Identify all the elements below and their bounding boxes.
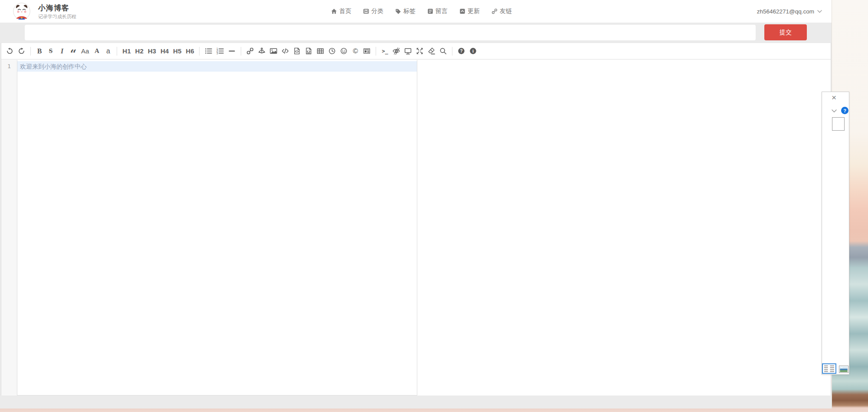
- redo-icon: [18, 47, 25, 55]
- site-header: 小海博客 记录学习成长历程 首页分类标签留言更新友链 zh56462271@qq…: [0, 0, 832, 23]
- nav-item-home[interactable]: 首页: [331, 7, 351, 15]
- site-logo-avatar[interactable]: [13, 3, 30, 20]
- list-view-icon: [823, 364, 835, 373]
- info-icon: i: [469, 47, 477, 55]
- toolbar-separator: [452, 47, 452, 56]
- clear-icon: [428, 47, 435, 55]
- watch-button[interactable]: [390, 45, 402, 57]
- undo-icon: [6, 47, 13, 55]
- nav-item-label: 首页: [339, 7, 351, 15]
- link-button[interactable]: [244, 45, 256, 57]
- svg-text:i: i: [473, 49, 474, 53]
- panel-chevron-down-icon[interactable]: [832, 109, 837, 113]
- info-button[interactable]: i: [467, 45, 479, 57]
- nav-item-update[interactable]: 更新: [459, 7, 480, 15]
- tag-icon: [395, 8, 401, 14]
- code-button[interactable]: [279, 45, 291, 57]
- h6-button[interactable]: H6: [183, 45, 196, 57]
- html-entities-button[interactable]: ©: [350, 45, 361, 57]
- list-ul-icon: [205, 47, 212, 55]
- preview-icon: [404, 47, 412, 55]
- toolbar-separator: [30, 47, 31, 56]
- uppercase-button[interactable]: A: [91, 45, 102, 57]
- nav-item-links[interactable]: 友链: [491, 7, 512, 15]
- editor-body: 1 欢迎来到小海的创作中心: [1, 60, 831, 396]
- watch-icon: [393, 47, 400, 55]
- panel-search-input[interactable]: [832, 117, 845, 131]
- code-pane[interactable]: 欢迎来到小海的创作中心: [17, 60, 417, 396]
- h6-glyph: H6: [186, 47, 194, 55]
- preformatted-text-button[interactable]: [291, 45, 303, 57]
- page: 小海博客 记录学习成长历程 首页分类标签留言更新友链 zh56462271@qq…: [0, 0, 832, 409]
- link-icon: [246, 47, 254, 55]
- site-subtitle: 记录学习成长历程: [38, 13, 76, 20]
- bottom-strip: [0, 396, 832, 409]
- bold-glyph: B: [37, 47, 42, 55]
- undo-button[interactable]: [4, 45, 16, 57]
- reference-link-icon: [258, 47, 265, 55]
- help-icon: ?: [458, 47, 465, 55]
- image-view-toggle[interactable]: [839, 366, 848, 373]
- code-icon: [282, 47, 289, 55]
- help-circle-icon[interactable]: ?: [841, 107, 848, 114]
- del-glyph: S: [49, 47, 52, 55]
- h4-button[interactable]: H4: [158, 45, 171, 57]
- close-icon[interactable]: ×: [832, 93, 836, 102]
- article-title-input[interactable]: [25, 25, 756, 40]
- lowercase-button[interactable]: a: [102, 45, 114, 57]
- emoji-button[interactable]: [338, 45, 350, 57]
- toolbar-separator: [376, 47, 376, 56]
- preview-button[interactable]: [402, 45, 414, 57]
- bold-button[interactable]: B: [34, 45, 45, 57]
- h5-button[interactable]: H5: [171, 45, 183, 57]
- reference-link-button[interactable]: [256, 45, 268, 57]
- table-button[interactable]: [314, 45, 326, 57]
- message-icon: [427, 8, 433, 14]
- svg-text:3: 3: [216, 52, 218, 55]
- active-line[interactable]: 欢迎来到小海的创作中心: [17, 61, 417, 72]
- cartoon-avatar-icon: [13, 3, 30, 20]
- help-button[interactable]: ?: [455, 45, 467, 57]
- main-nav: 首页分类标签留言更新友链: [331, 0, 512, 23]
- preview-pane: [417, 60, 831, 396]
- compose-row: 提交: [0, 23, 832, 43]
- nav-item-label: 标签: [403, 7, 416, 15]
- h1-glyph: H1: [122, 47, 131, 55]
- h3-button[interactable]: H3: [146, 45, 158, 57]
- list-ol-icon: 123: [216, 47, 224, 55]
- h4-glyph: H4: [160, 47, 169, 55]
- datetime-icon: [328, 47, 336, 55]
- image-button[interactable]: [268, 45, 279, 57]
- clear-button[interactable]: [426, 45, 437, 57]
- overlay-panel: × ?: [822, 92, 849, 375]
- submit-button[interactable]: 提交: [764, 24, 807, 40]
- nav-item-message[interactable]: 留言: [427, 7, 448, 15]
- list-ol-button[interactable]: 123: [214, 45, 226, 57]
- quote-button[interactable]: “: [68, 45, 79, 57]
- italic-button[interactable]: I: [56, 45, 68, 57]
- editor-toolbar: BSI“AaAaH1H2H3H4H5H6123©>_?i: [1, 43, 831, 59]
- goto-line-button[interactable]: >_: [379, 45, 390, 57]
- code-block-button[interactable]: [303, 45, 314, 57]
- ucwords-button[interactable]: Aa: [79, 45, 91, 57]
- nav-item-label: 分类: [371, 7, 383, 15]
- table-icon: [317, 47, 324, 55]
- nav-item-label: 留言: [436, 7, 448, 15]
- hr-button[interactable]: [226, 45, 238, 57]
- del-button[interactable]: S: [45, 45, 56, 57]
- quote-glyph: “: [70, 52, 77, 56]
- fullscreen-button[interactable]: [414, 45, 426, 57]
- search-button[interactable]: [437, 45, 449, 57]
- nav-item-tag[interactable]: 标签: [395, 7, 416, 15]
- image-thumbnail-icon: [840, 366, 848, 372]
- redo-button[interactable]: [16, 45, 27, 57]
- nav-item-category[interactable]: 分类: [363, 7, 383, 15]
- list-ul-button[interactable]: [203, 45, 214, 57]
- list-view-toggle[interactable]: [822, 363, 836, 374]
- lowercase-glyph: a: [106, 47, 110, 55]
- h2-button[interactable]: H2: [133, 45, 146, 57]
- pagebreak-button[interactable]: [361, 45, 373, 57]
- user-menu[interactable]: zh56462271@qq.com: [757, 0, 822, 23]
- h1-button[interactable]: H1: [120, 45, 133, 57]
- datetime-button[interactable]: [326, 45, 338, 57]
